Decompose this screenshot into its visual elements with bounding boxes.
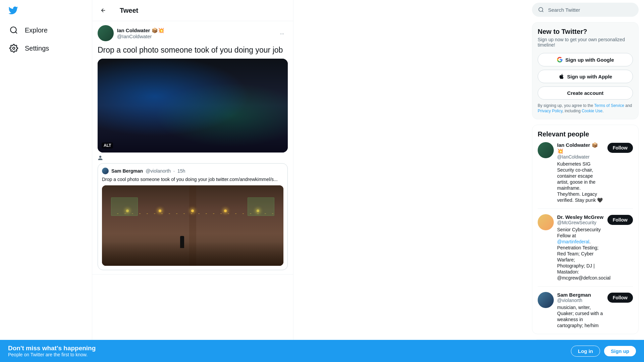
sam-bio: musician, writer, Quaker; cursed with a … bbox=[557, 304, 604, 328]
banner-signup-button[interactable]: Sign up bbox=[604, 346, 636, 356]
create-account-button[interactable]: Create account bbox=[538, 86, 633, 100]
quoted-avatar bbox=[102, 168, 109, 174]
quoted-tweet[interactable]: Sam Bergman @violanorth · 15h Drop a coo… bbox=[98, 163, 288, 270]
svg-point-1 bbox=[13, 47, 15, 50]
quoted-time: · bbox=[173, 168, 175, 174]
tweet-page-header: Tweet bbox=[92, 0, 293, 21]
svg-point-2 bbox=[539, 7, 543, 11]
person-row-sam: Sam Bergman @violanorth musician, writer… bbox=[538, 292, 633, 328]
quoted-timestamp: 15h bbox=[177, 168, 185, 174]
ian-bio: Kubernetes SIG Security co-chair, contai… bbox=[557, 161, 604, 203]
wesley-info: Dr. Wesley McGrew @McGrewSecurity Senior… bbox=[557, 214, 604, 281]
svg-point-0 bbox=[10, 27, 16, 33]
new-to-twitter-subtitle: Sign up now to get your own personalized… bbox=[538, 37, 633, 48]
bottom-banner: Don't miss what's happening People on Tw… bbox=[0, 340, 644, 362]
tweet-main-image: ALT bbox=[98, 59, 288, 153]
google-signup-label: Sign up with Google bbox=[566, 57, 614, 63]
ian-avatar bbox=[538, 142, 554, 158]
privacy-policy-link[interactable]: Privacy Policy bbox=[538, 109, 562, 113]
search-icon bbox=[9, 26, 18, 35]
main-tweet: Ian Coldwater 📦💥 @IanColdwater ··· Drop … bbox=[92, 21, 293, 275]
google-signup-button[interactable]: Sign up with Google bbox=[538, 53, 633, 66]
app-layout: Explore Settings Tweet bbox=[0, 0, 644, 362]
quoted-author-name: Sam Bergman bbox=[111, 168, 143, 174]
sidebar: Explore Settings bbox=[0, 0, 92, 362]
quoted-tweet-image bbox=[102, 185, 283, 266]
banner-login-button[interactable]: Log in bbox=[571, 346, 600, 357]
tweet-text: Drop a cool photo someone took of you do… bbox=[98, 45, 288, 55]
apple-signup-label: Sign up with Apple bbox=[567, 74, 612, 79]
martinfederal-link[interactable]: @martinfederal bbox=[557, 239, 589, 244]
sidebar-item-settings[interactable]: Settings bbox=[4, 40, 54, 57]
tweet-author-info: Ian Coldwater 📦💥 @IanColdwater bbox=[98, 25, 164, 41]
new-to-twitter-title: New to Twitter? bbox=[538, 28, 633, 36]
wesley-avatar bbox=[538, 214, 554, 230]
ian-handle: @IanColdwater bbox=[557, 154, 604, 160]
author-name-block: Ian Coldwater 📦💥 @IanColdwater bbox=[117, 27, 164, 39]
wesley-handle: @McGrewSecurity bbox=[557, 220, 604, 225]
terms-of-service-link[interactable]: Terms of Service bbox=[594, 103, 624, 108]
relevant-people-card: Relevant people Ian Coldwater 📦💥 @IanCol… bbox=[532, 125, 639, 334]
barn-window-left bbox=[111, 197, 138, 216]
apple-icon bbox=[558, 73, 565, 79]
sam-avatar bbox=[538, 292, 554, 308]
explore-label: Explore bbox=[25, 26, 48, 34]
sidebar-item-explore[interactable]: Explore bbox=[4, 22, 53, 39]
page-title: Tweet bbox=[120, 7, 138, 14]
banner-actions: Log in Sign up bbox=[571, 346, 636, 357]
author-handle: @IanColdwater bbox=[117, 34, 164, 39]
main-content: Tweet Ian Coldwater 📦💥 @IanColdwater ··· bbox=[92, 0, 293, 362]
right-sidebar: New to Twitter? Sign up now to get your … bbox=[527, 0, 644, 362]
create-account-label: Create account bbox=[567, 90, 603, 96]
person-row-ian: Ian Coldwater 📦💥 @IanColdwater Kubernete… bbox=[538, 142, 633, 209]
photo-credit-text: Dr. Wesley McGrew bbox=[98, 155, 288, 161]
sam-handle: @violanorth bbox=[557, 298, 604, 303]
banner-subtitle: People on Twitter are the first to know. bbox=[8, 352, 96, 357]
barn-window-right bbox=[248, 197, 274, 216]
twitter-bird-icon bbox=[8, 5, 18, 15]
quoted-author-handle: @violanorth bbox=[146, 168, 171, 174]
photo-credit-name: Dr. Wesley McGrew bbox=[105, 156, 144, 161]
wesley-name: Dr. Wesley McGrew bbox=[557, 214, 604, 220]
ian-info: Ian Coldwater 📦💥 @IanColdwater Kubernete… bbox=[557, 142, 604, 203]
quoted-text: Drop a cool photo someone took of you do… bbox=[102, 176, 283, 183]
more-options-button[interactable]: ··· bbox=[276, 27, 288, 39]
search-icon bbox=[538, 7, 544, 13]
google-icon bbox=[557, 57, 563, 63]
search-input[interactable] bbox=[548, 7, 633, 13]
back-button[interactable] bbox=[98, 5, 109, 16]
new-to-twitter-card: New to Twitter? Sign up now to get your … bbox=[532, 22, 639, 119]
image-overlay bbox=[98, 59, 288, 153]
apple-signup-button[interactable]: Sign up with Apple bbox=[538, 70, 633, 83]
person-row-wesley: Dr. Wesley McGrew @McGrewSecurity Senior… bbox=[538, 214, 633, 287]
sam-follow-button[interactable]: Follow bbox=[607, 293, 633, 303]
terms-text: By signing up, you agree to the Terms of… bbox=[538, 103, 633, 114]
ian-follow-button[interactable]: Follow bbox=[607, 143, 633, 153]
twitter-logo[interactable] bbox=[4, 1, 22, 20]
ian-name: Ian Coldwater 📦💥 bbox=[557, 142, 604, 154]
person-icon bbox=[98, 155, 103, 161]
tweet-author-avatar bbox=[98, 25, 114, 41]
laptop-scene: ALT bbox=[98, 59, 288, 153]
quoted-author-row: Sam Bergman @violanorth · 15h bbox=[102, 168, 283, 174]
settings-label: Settings bbox=[25, 45, 49, 52]
search-box[interactable] bbox=[532, 3, 639, 17]
relevant-people-title: Relevant people bbox=[538, 130, 633, 138]
barn-scene bbox=[102, 185, 283, 266]
cookie-use-link[interactable]: Cookie Use bbox=[582, 109, 602, 113]
wesley-follow-button[interactable]: Follow bbox=[607, 215, 633, 225]
banner-text: Don't miss what's happening People on Tw… bbox=[8, 345, 96, 357]
sam-info: Sam Bergman @violanorth musician, writer… bbox=[557, 292, 604, 328]
author-name: Ian Coldwater 📦💥 bbox=[117, 27, 164, 34]
tweet-author-row: Ian Coldwater 📦💥 @IanColdwater ··· bbox=[98, 25, 288, 41]
banner-title: Don't miss what's happening bbox=[8, 345, 96, 352]
barn-floor bbox=[102, 242, 283, 266]
sam-name: Sam Bergman bbox=[557, 292, 604, 298]
wesley-bio: Senior Cybersecurity Fellow at @martinfe… bbox=[557, 227, 604, 281]
gear-icon bbox=[9, 44, 18, 53]
